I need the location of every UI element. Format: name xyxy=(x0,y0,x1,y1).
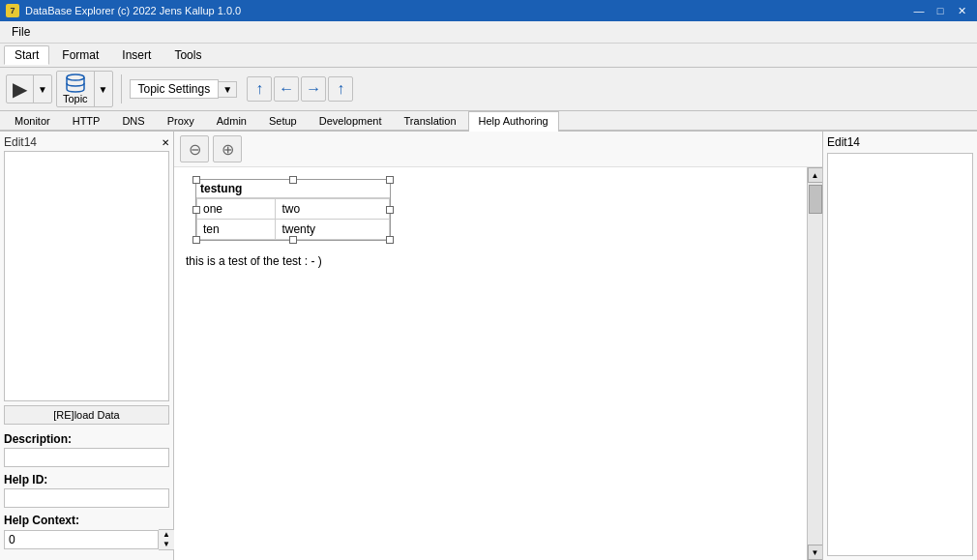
right-panel-title: Edit14 xyxy=(827,135,973,149)
editor-forward-button[interactable]: ⊕ xyxy=(213,135,242,162)
editor-area-container: testung one two ten twenty xyxy=(174,167,822,560)
tab-format[interactable]: Format xyxy=(51,45,109,65)
nav-up-button[interactable]: ↑ xyxy=(247,76,272,102)
nav-arrows: ↑ ← → ↑ xyxy=(247,76,353,102)
toolbar-separator xyxy=(121,74,122,103)
table-cell[interactable]: ten xyxy=(197,220,276,240)
play-button-group: ▶ ▼ xyxy=(6,74,52,103)
tab-bar: Monitor HTTP DNS Proxy Admin Setup Devel… xyxy=(0,111,977,132)
nav-back-button[interactable]: ← xyxy=(274,76,299,102)
nav-forward-button[interactable]: → xyxy=(301,76,326,102)
description-label: Description: xyxy=(4,432,169,446)
resize-handle-ml[interactable] xyxy=(192,206,200,214)
helpid-field-group: Help ID: xyxy=(4,473,169,508)
spinner-down-button[interactable]: ▼ xyxy=(159,540,174,549)
table-title: testung xyxy=(196,180,390,198)
database-icon xyxy=(65,74,86,93)
title-bar-left: 7 DataBase Explorer (c) 2022 Jens Kallup… xyxy=(6,4,241,17)
tab-dns[interactable]: DNS xyxy=(111,111,155,130)
right-panel: Edit14 xyxy=(822,132,977,560)
resize-handle-mr[interactable] xyxy=(386,206,394,214)
topic-settings-dropdown[interactable]: ▼ xyxy=(219,81,237,98)
back-circle-icon: ⊖ xyxy=(189,140,201,159)
helpid-label: Help ID: xyxy=(4,473,169,486)
helpcontext-input[interactable] xyxy=(4,530,159,549)
right-panel-area[interactable] xyxy=(827,153,973,556)
scroll-thumb[interactable] xyxy=(809,185,822,214)
topic-settings-group: Topic Settings ▼ xyxy=(130,79,238,99)
topic-button-group: Topic ▼ xyxy=(56,71,113,107)
text-content: this is a test of the test : - ) xyxy=(186,254,795,268)
tab-proxy[interactable]: Proxy xyxy=(157,111,205,130)
toolbar: ▶ ▼ Topic ▼ Topic Settings ▼ ↑ ← → ↑ xyxy=(0,68,977,111)
forward-circle-icon: ⊕ xyxy=(222,140,234,159)
close-button[interactable]: ✕ xyxy=(952,3,971,18)
content-table: one two ten twenty xyxy=(196,198,390,240)
tab-http[interactable]: HTTP xyxy=(62,111,111,130)
minimize-button[interactable]: — xyxy=(909,3,929,18)
description-input[interactable] xyxy=(4,448,169,467)
tab-translation[interactable]: Translation xyxy=(394,111,467,130)
resize-handle-bl[interactable] xyxy=(192,236,200,244)
topic-dropdown-button[interactable]: ▼ xyxy=(94,72,112,106)
svg-point-0 xyxy=(67,74,84,80)
editor-toolbar: ⊖ ⊕ xyxy=(174,132,822,167)
helpcontext-spinner: ▲ ▼ xyxy=(4,529,169,550)
tab-setup[interactable]: Setup xyxy=(258,111,308,130)
left-panel-close-icon[interactable]: ✕ xyxy=(162,137,169,148)
tab-monitor[interactable]: Monitor xyxy=(4,111,61,130)
helpcontext-label: Help Context: xyxy=(4,514,169,527)
app-title: DataBase Explorer (c) 2022 Jens Kallup 1… xyxy=(25,5,241,16)
tab-start[interactable]: Start xyxy=(4,45,49,65)
resize-handle-br[interactable] xyxy=(386,236,394,244)
content-table-wrapper: testung one two ten twenty xyxy=(195,179,391,241)
play-button[interactable]: ▶ xyxy=(7,75,33,103)
tab-admin[interactable]: Admin xyxy=(206,111,257,130)
left-panel: Edit14 ✕ [RE]load Data Description: Help… xyxy=(0,132,174,560)
topic-button[interactable]: Topic xyxy=(57,72,94,106)
maximize-button[interactable]: □ xyxy=(931,3,950,18)
scroll-track[interactable] xyxy=(808,183,822,545)
helpid-input[interactable] xyxy=(4,488,169,508)
left-panel-header: Edit14 ✕ xyxy=(4,135,169,149)
file-menu[interactable]: File xyxy=(4,23,38,41)
tab-insert[interactable]: Insert xyxy=(111,45,162,65)
table-cell[interactable]: two xyxy=(276,199,390,220)
scroll-up-button[interactable]: ▲ xyxy=(808,167,823,183)
left-panel-list[interactable] xyxy=(4,151,169,401)
description-field-group: Description: xyxy=(4,432,169,467)
menu-bar: File xyxy=(0,21,977,44)
main-area: Edit14 ✕ [RE]load Data Description: Help… xyxy=(0,132,977,560)
table-title-text: testung xyxy=(200,182,242,195)
app-icon: 7 xyxy=(6,4,19,17)
table-row: one two xyxy=(197,199,390,220)
title-bar: 7 DataBase Explorer (c) 2022 Jens Kallup… xyxy=(0,0,977,21)
play-dropdown-button[interactable]: ▼ xyxy=(33,75,51,103)
scroll-down-button[interactable]: ▼ xyxy=(808,545,823,560)
editor-area[interactable]: testung one two ten twenty xyxy=(174,167,807,560)
topic-settings-label: Topic Settings xyxy=(130,79,220,99)
center-panel: ⊖ ⊕ xyxy=(174,132,822,560)
spinner-buttons: ▲ ▼ xyxy=(159,529,175,550)
helpcontext-field-group: Help Context: ▲ ▼ xyxy=(4,514,169,550)
nav-up2-button[interactable]: ↑ xyxy=(328,76,353,102)
left-panel-title: Edit14 xyxy=(4,135,37,149)
table-cell[interactable]: one xyxy=(197,199,276,220)
tab-tools[interactable]: Tools xyxy=(163,45,212,65)
tab-development[interactable]: Development xyxy=(309,111,393,130)
tab-help-authoring[interactable]: Help Authoring xyxy=(468,111,559,132)
toolbar-tabs: Start Format Insert Tools xyxy=(0,44,977,68)
title-bar-controls: — □ ✕ xyxy=(909,3,971,18)
editor-scrollbar[interactable]: ▲ ▼ xyxy=(807,167,822,560)
editor-back-button[interactable]: ⊖ xyxy=(180,135,209,162)
reload-data-button[interactable]: [RE]load Data xyxy=(4,405,169,425)
spinner-up-button[interactable]: ▲ xyxy=(159,530,174,540)
resize-handle-bc[interactable] xyxy=(289,236,297,244)
